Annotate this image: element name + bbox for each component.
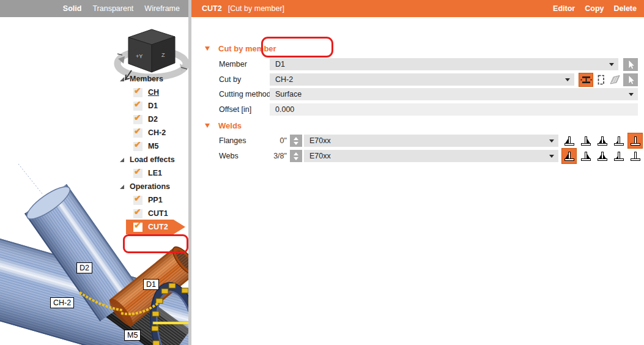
cut-shape-hollow-button[interactable] (594, 73, 607, 86)
tree-item-cut1[interactable]: ✔ CUT1 (116, 207, 190, 220)
cut-shape-plate-button[interactable] (608, 73, 621, 86)
flanges-size-input[interactable]: 0" (267, 135, 287, 147)
method-row-label: Cutting method (219, 88, 271, 100)
expander-icon[interactable] (120, 185, 124, 189)
tree-item-le1[interactable]: ✔ LE1 (116, 166, 190, 180)
member-label-d1: D1 (143, 279, 159, 290)
checkbox-pp1[interactable]: ✔ (133, 196, 142, 205)
hollow-section-icon (594, 73, 607, 86)
expander-icon[interactable] (120, 77, 124, 81)
checkbox-m5[interactable]: ✔ (133, 142, 142, 151)
flanges-weld-fillet-right-button[interactable] (579, 133, 593, 148)
flanges-weld-butt-button[interactable] (628, 133, 642, 148)
tree-group-operations[interactable]: Operations (116, 180, 190, 193)
panel-divider[interactable] (188, 0, 191, 345)
step-up-icon[interactable] (294, 137, 298, 140)
chevron-down-icon[interactable] (629, 93, 634, 96)
flanges-weld-fillet-small-button[interactable] (612, 133, 626, 148)
svg-text:Z: Z (161, 52, 165, 58)
checkbox-d1[interactable]: ✔ (133, 102, 142, 111)
pick-cutby-button[interactable] (623, 73, 638, 86)
view-mode-wireframe[interactable]: Wireframe (144, 4, 180, 13)
chevron-down-icon[interactable] (549, 139, 554, 143)
collapse-triangle-icon[interactable] (205, 124, 210, 128)
webs-size-stepper[interactable] (290, 150, 302, 162)
fillet-right-icon (580, 150, 592, 162)
member-label-ch2: CH-2 (50, 297, 74, 308)
tree-item-pp1[interactable]: ✔ PP1 (116, 193, 190, 207)
webs-weld-fillet-left-button[interactable] (562, 149, 576, 163)
check-icon: ✔ (134, 193, 141, 203)
operation-title: CUT2 (202, 4, 222, 13)
member-select[interactable]: D1 (270, 58, 618, 70)
tree-group-load-effects[interactable]: Load effects (116, 153, 190, 166)
checkbox-ch2[interactable]: ✔ (133, 128, 142, 138)
webs-electrode-select[interactable]: E70xx (304, 150, 558, 162)
webs-size-input[interactable]: 3/8" (267, 150, 287, 162)
properties-panel: Cut by member Member D1 Cut by CH-2 (191, 17, 644, 345)
svg-text:+Y: +Y (136, 53, 142, 59)
checkbox-d2[interactable]: ✔ (133, 115, 142, 124)
expander-icon[interactable] (120, 158, 124, 162)
cutby-select[interactable]: CH-2 (270, 73, 574, 86)
view-mode-bar: Solid Transparent Wireframe (0, 0, 188, 17)
section-cut-by-member[interactable]: Cut by member (205, 44, 276, 53)
flanges-weld-fillet-left-button[interactable] (562, 133, 576, 148)
fillet-left-icon (563, 135, 576, 147)
check-icon: ✔ (134, 113, 141, 122)
editor-button[interactable]: Editor (553, 4, 575, 13)
tree-item-ch2[interactable]: ✔ CH-2 (116, 126, 190, 139)
operation-title-bar: CUT2 [Cut by member] Editor Copy Delete (191, 0, 644, 17)
selected-operation-banner[interactable]: ✔ CUT2 (126, 220, 185, 234)
plate-icon (609, 73, 621, 86)
webs-weld-fillet-both-button[interactable] (595, 149, 609, 163)
checkbox-cut2[interactable]: ✔ (133, 223, 142, 232)
fillet-small-icon (613, 150, 625, 162)
operation-subtitle: [Cut by member] (228, 4, 284, 13)
cutting-method-select[interactable]: Surface (270, 88, 638, 100)
member-row-label: Member (219, 58, 247, 70)
check-icon: ✔ (134, 126, 141, 136)
cut-shape-beam-button[interactable] (579, 73, 593, 86)
checkbox-le1[interactable]: ✔ (133, 169, 142, 178)
member-label-d2: D2 (76, 262, 92, 273)
collapse-triangle-icon[interactable] (205, 46, 210, 51)
member-label-m5: M5 (124, 330, 141, 341)
tree-item-m5[interactable]: ✔ M5 (116, 139, 190, 153)
beam-section-icon (580, 73, 593, 86)
checkbox-cut1[interactable]: ✔ (133, 209, 142, 218)
tree-item-ch[interactable]: ✔ CH (116, 86, 190, 99)
check-icon: ✔ (134, 86, 141, 95)
view-mode-solid[interactable]: Solid (63, 4, 82, 13)
fillet-right-icon (580, 135, 592, 147)
tree-item-cut2-selected[interactable]: ✔ CUT2 (116, 220, 190, 234)
flanges-electrode-select[interactable]: E70xx (304, 135, 558, 147)
fillet-both-sides-icon (596, 150, 609, 162)
webs-weld-butt-button[interactable] (628, 149, 642, 163)
flanges-weld-fillet-both-button[interactable] (595, 133, 609, 148)
cursor-arrow-icon (623, 58, 638, 71)
chevron-down-icon[interactable] (565, 78, 570, 81)
step-down-icon[interactable] (294, 157, 298, 160)
copy-button[interactable]: Copy (585, 4, 604, 13)
webs-weld-fillet-small-button[interactable] (612, 149, 626, 163)
pick-member-button[interactable] (623, 58, 638, 71)
butt-weld-icon (629, 135, 642, 147)
cutby-row-label: Cut by (219, 73, 241, 86)
chevron-down-icon[interactable] (609, 63, 614, 66)
step-up-icon[interactable] (294, 152, 298, 155)
tree-group-members[interactable]: Members (116, 72, 190, 86)
delete-button[interactable]: Delete (613, 4, 637, 13)
step-down-icon[interactable] (294, 142, 298, 145)
webs-weld-fillet-right-button[interactable] (579, 149, 593, 163)
view-mode-transparent[interactable]: Transparent (92, 4, 133, 13)
check-icon: ✔ (134, 220, 141, 230)
section-welds[interactable]: Welds (205, 121, 242, 130)
offset-input[interactable]: 0.000 (270, 103, 638, 116)
tree-item-d2[interactable]: ✔ D2 (116, 113, 190, 126)
flanges-size-stepper[interactable] (290, 135, 302, 147)
chevron-down-icon[interactable] (549, 155, 554, 158)
checkbox-ch[interactable]: ✔ (133, 88, 142, 97)
model-tree: Members ✔ CH ✔ D1 ✔ D2 ✔ CH-2 ✔ M5 Load … (116, 72, 190, 234)
tree-item-d1[interactable]: ✔ D1 (116, 99, 190, 113)
